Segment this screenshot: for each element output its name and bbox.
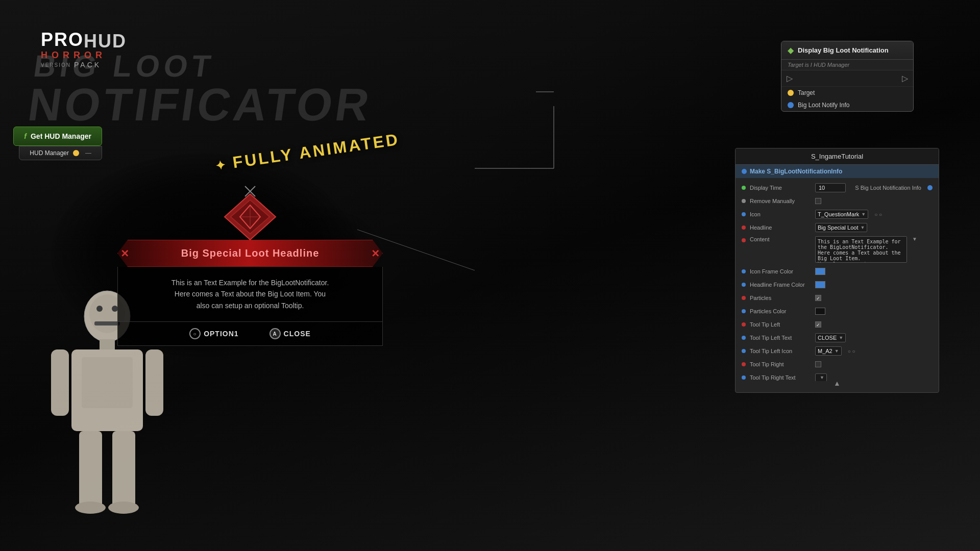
- row-dot-tooltip-left-icon: [742, 349, 746, 353]
- panel-scroll-arrow[interactable]: ▲: [834, 379, 841, 387]
- panel-row-remove-manually: Remove Manually: [736, 194, 939, 208]
- target-dot: [788, 90, 794, 96]
- bg-title-line2: NOTIFICATOR: [25, 82, 375, 128]
- label-tooltip-right-text: Tool Tip Right Text: [750, 374, 811, 381]
- panel-row-headline-frame-color: Headline Frame Color: [736, 278, 939, 291]
- color-icon-frame[interactable]: [815, 268, 825, 275]
- panel-row-tooltip-right: Tool Tip Right: [736, 358, 939, 371]
- btn-label-close: CLOSE: [284, 330, 311, 338]
- input-display-time[interactable]: 10: [815, 183, 846, 192]
- logo: PRO HUD HORROR VERSION PACK: [41, 31, 143, 69]
- panel-row-headline: Headline Big Special Loot ▼: [736, 221, 939, 234]
- display-node-exec: ▷ ▷: [781, 70, 913, 87]
- svg-point-13: [75, 502, 106, 514]
- svg-rect-12: [112, 431, 135, 508]
- label-tooltip-left-text: Tool Tip Left Text: [750, 335, 811, 341]
- display-node: ◆ Display Big Loot Notification Target i…: [781, 41, 914, 112]
- row-dot-icon-frame: [742, 269, 746, 273]
- s-label-display-time: S Big Loot Notification Info: [855, 185, 921, 191]
- tooltip-left-icon-arrow: ▼: [835, 348, 839, 354]
- display-node-subtitle: Target is I HUD Manager: [781, 60, 913, 70]
- svg-rect-9: [51, 349, 69, 416]
- dropdown-icon-value: T_QuestionMark: [818, 211, 859, 217]
- loot-diamond-icon: [219, 184, 281, 250]
- ingame-panel[interactable]: S_IngameTutorial Make S_BigLootNotificat…: [735, 148, 939, 393]
- svg-rect-11: [79, 431, 102, 508]
- tooltip-left-text-value: CLOSE: [818, 335, 837, 341]
- svg-rect-8: [82, 357, 133, 408]
- loot-btn-close[interactable]: A CLOSE: [270, 328, 311, 339]
- logo-pack: PACK: [74, 61, 101, 69]
- make-node-header: Make S_BigLootNotificationInfo: [736, 165, 939, 178]
- loot-content: This is an Text Example for the BigLootN…: [117, 267, 383, 322]
- btn-circle-close: A: [270, 328, 281, 339]
- logo-version: VERSION: [41, 62, 71, 68]
- svg-point-14: [108, 502, 139, 514]
- game-notification: ✕ Big Special Loot Headline ✕ This is an…: [117, 184, 383, 346]
- color-headline-frame[interactable]: [815, 281, 825, 288]
- bigloot-dot: [788, 102, 794, 108]
- function-icon: f: [24, 132, 27, 140]
- row-dot-headline-frame: [742, 283, 746, 287]
- dropdown-headline-arrow: ▼: [861, 225, 865, 230]
- content-expand[interactable]: ▼: [912, 236, 917, 242]
- label-particles-color: Particles Color: [750, 308, 811, 314]
- btn-circle-option1: ○: [189, 328, 201, 339]
- panel-row-particles-color: Particles Color: [736, 305, 939, 318]
- dropdown-headline[interactable]: Big Special Loot ▼: [815, 223, 867, 232]
- label-tooltip-left: Tool Tip Left: [750, 321, 811, 328]
- label-particles: Particles: [750, 295, 811, 301]
- display-node-title: Display Big Loot Notification: [798, 46, 889, 54]
- dropdown-icon[interactable]: T_QuestionMark ▼: [815, 210, 868, 219]
- btn-icon-option1: ○: [193, 331, 197, 337]
- svg-rect-17: [94, 321, 120, 325]
- svg-rect-6: [100, 339, 115, 349]
- row-dot-icon: [742, 212, 746, 216]
- loot-buttons: ○ OPTION1 A CLOSE: [117, 322, 383, 346]
- checkbox-tooltip-left[interactable]: [815, 321, 821, 328]
- exec-arrow-left: ▷: [787, 73, 793, 83]
- label-icon: Icon: [750, 211, 811, 217]
- textarea-content[interactable]: This is an Text Example for the BigLootN…: [815, 236, 907, 263]
- make-node-dot: [742, 169, 747, 174]
- tooltip-right-text-arrow: ▼: [820, 375, 824, 380]
- dropdown-tooltip-left-icon[interactable]: M_A2 ▼: [815, 346, 842, 356]
- exec-arrow-right: ▷: [902, 73, 908, 83]
- row-dot-tooltip-right-text: [742, 375, 746, 380]
- tooltip-left-icon-controls: ○ ○: [848, 348, 855, 354]
- dropdown-headline-value: Big Special Loot: [818, 224, 859, 231]
- loot-btn-option1[interactable]: ○ OPTION1: [189, 328, 238, 339]
- dropdown-tooltip-left-text[interactable]: CLOSE ▼: [815, 333, 846, 342]
- panel-rows[interactable]: Display Time 10 S Big Loot Notification …: [736, 178, 939, 381]
- btn-label-option1: OPTION1: [204, 330, 238, 338]
- dropdown-tooltip-right-text[interactable]: ▼: [815, 373, 827, 381]
- bigloot-label: Big Loot Notify Info: [798, 102, 849, 109]
- checkbox-remove-manually[interactable]: [815, 198, 821, 204]
- hud-manager-output-label: HUD Manager: [30, 149, 69, 157]
- row-dot-tooltip-left-text: [742, 336, 746, 340]
- ingame-panel-title: S_IngameTutorial: [736, 148, 939, 165]
- checkbox-particles[interactable]: [815, 295, 821, 301]
- row-dot-display-time: [742, 186, 746, 190]
- diamond-icon: ◆: [788, 45, 794, 55]
- row-dot-particles: [742, 296, 746, 300]
- row-dot-headline: [742, 226, 746, 230]
- display-node-target-row: Target: [781, 87, 913, 99]
- row-dot-particles-color: [742, 309, 746, 313]
- checkbox-tooltip-right[interactable]: [815, 361, 821, 367]
- panel-row-icon-frame-color: Icon Frame Color: [736, 265, 939, 278]
- logo-pro: PRO: [41, 31, 84, 52]
- row-dot-content: [742, 238, 746, 242]
- svg-rect-10: [145, 349, 163, 416]
- panel-row-tooltip-left-icon: Tool Tip Left Icon M_A2 ▼ ○ ○: [736, 344, 939, 358]
- dropdown-icon-arrow: ▼: [861, 212, 866, 217]
- tooltip-left-text-arrow: ▼: [839, 335, 843, 340]
- panel-row-tooltip-left-text: Tool Tip Left Text CLOSE ▼: [736, 331, 939, 344]
- label-headline-frame-color: Headline Frame Color: [750, 282, 811, 288]
- color-particles[interactable]: [815, 308, 825, 315]
- hud-manager-title: Get HUD Manager: [31, 132, 91, 140]
- label-headline: Headline: [750, 224, 811, 231]
- loot-content-text: This is an Text Example for the BigLootN…: [138, 277, 362, 311]
- panel-row-icon: Icon T_QuestionMark ▼ ○ ○: [736, 208, 939, 221]
- display-node-bigloot-row: Big Loot Notify Info: [781, 99, 913, 111]
